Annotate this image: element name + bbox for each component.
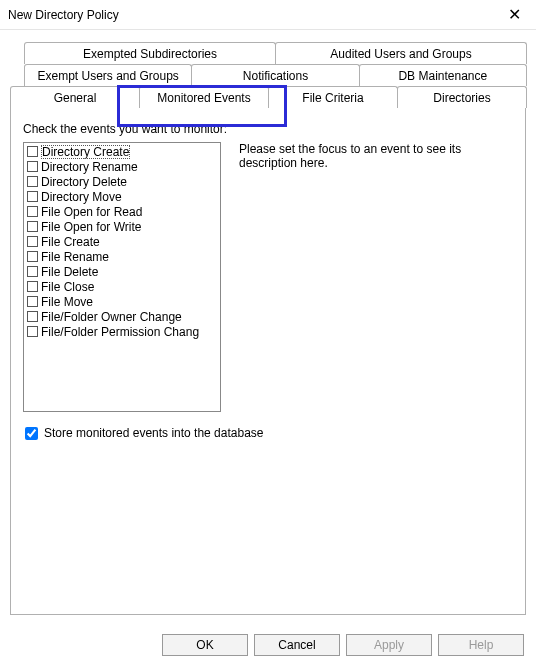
cancel-button[interactable]: Cancel: [254, 634, 340, 656]
event-item[interactable]: Directory Move: [25, 189, 219, 204]
tab-db-maintenance[interactable]: DB Maintenance: [359, 64, 527, 86]
event-item[interactable]: File Delete: [25, 264, 219, 279]
window-title: New Directory Policy: [8, 8, 119, 22]
event-item-label: Directory Rename: [41, 160, 138, 174]
checkbox-icon[interactable]: [27, 206, 38, 217]
tab-exempt-users-and-groups[interactable]: Exempt Users and Groups: [24, 64, 192, 86]
event-description: Please set the focus to an event to see …: [239, 142, 513, 412]
event-item-label: File Delete: [41, 265, 98, 279]
event-item[interactable]: File Create: [25, 234, 219, 249]
event-item[interactable]: File Open for Write: [25, 219, 219, 234]
checkbox-icon[interactable]: [27, 266, 38, 277]
tab-directories[interactable]: Directories: [397, 86, 527, 108]
checkbox-icon[interactable]: [27, 191, 38, 202]
checkbox-icon[interactable]: [27, 296, 38, 307]
tab-row-3: General Monitored Events File Criteria D…: [10, 86, 526, 108]
button-bar: OK Cancel Apply Help: [0, 626, 536, 664]
event-item-label: File Rename: [41, 250, 109, 264]
checkbox-icon[interactable]: [27, 326, 38, 337]
event-item[interactable]: Directory Delete: [25, 174, 219, 189]
event-item-label: File Move: [41, 295, 93, 309]
event-item[interactable]: Directory Create: [25, 144, 219, 159]
title-bar: New Directory Policy ✕: [0, 0, 536, 30]
instruction-text: Check the events you want to monitor:: [23, 122, 513, 136]
tab-general[interactable]: General: [10, 86, 140, 108]
event-item-label: File Close: [41, 280, 94, 294]
event-item-label: File/Folder Owner Change: [41, 310, 182, 324]
store-checkbox[interactable]: [25, 427, 38, 440]
event-item[interactable]: Directory Rename: [25, 159, 219, 174]
apply-button[interactable]: Apply: [346, 634, 432, 656]
ok-button[interactable]: OK: [162, 634, 248, 656]
event-item[interactable]: File Open for Read: [25, 204, 219, 219]
content-row: Directory CreateDirectory RenameDirector…: [23, 142, 513, 412]
checkbox-icon[interactable]: [27, 146, 38, 157]
event-list[interactable]: Directory CreateDirectory RenameDirector…: [23, 142, 221, 412]
event-item[interactable]: File Move: [25, 294, 219, 309]
checkbox-icon[interactable]: [27, 281, 38, 292]
tab-audited-users-and-groups[interactable]: Audited Users and Groups: [275, 42, 527, 64]
event-item-label: File/Folder Permission Chang: [41, 325, 199, 339]
event-item[interactable]: File/Folder Permission Chang: [25, 324, 219, 339]
close-icon[interactable]: ✕: [502, 5, 526, 24]
event-item-label: Directory Create: [41, 145, 130, 159]
checkbox-icon[interactable]: [27, 176, 38, 187]
tab-monitored-events[interactable]: Monitored Events: [139, 86, 269, 108]
event-item-label: Directory Move: [41, 190, 122, 204]
help-button[interactable]: Help: [438, 634, 524, 656]
checkbox-icon[interactable]: [27, 221, 38, 232]
tab-notifications[interactable]: Notifications: [191, 64, 359, 86]
store-row: Store monitored events into the database: [23, 426, 513, 440]
checkbox-icon[interactable]: [27, 311, 38, 322]
tab-file-criteria[interactable]: File Criteria: [268, 86, 398, 108]
tab-panel: Check the events you want to monitor: Di…: [10, 107, 526, 615]
event-item-label: File Open for Write: [41, 220, 141, 234]
checkbox-icon[interactable]: [27, 236, 38, 247]
checkbox-icon[interactable]: [27, 251, 38, 262]
store-label: Store monitored events into the database: [44, 426, 263, 440]
checkbox-icon[interactable]: [27, 161, 38, 172]
event-item-label: File Open for Read: [41, 205, 142, 219]
event-item[interactable]: File Rename: [25, 249, 219, 264]
event-item-label: File Create: [41, 235, 100, 249]
event-item[interactable]: File/Folder Owner Change: [25, 309, 219, 324]
tab-exempted-subdirectories[interactable]: Exempted Subdirectories: [24, 42, 276, 64]
event-item[interactable]: File Close: [25, 279, 219, 294]
tab-row-1: Exempted Subdirectories Audited Users an…: [24, 42, 526, 64]
dialog-body: Exempted Subdirectories Audited Users an…: [0, 30, 536, 626]
tab-row-2: Exempt Users and Groups Notifications DB…: [24, 64, 526, 86]
event-item-label: Directory Delete: [41, 175, 127, 189]
